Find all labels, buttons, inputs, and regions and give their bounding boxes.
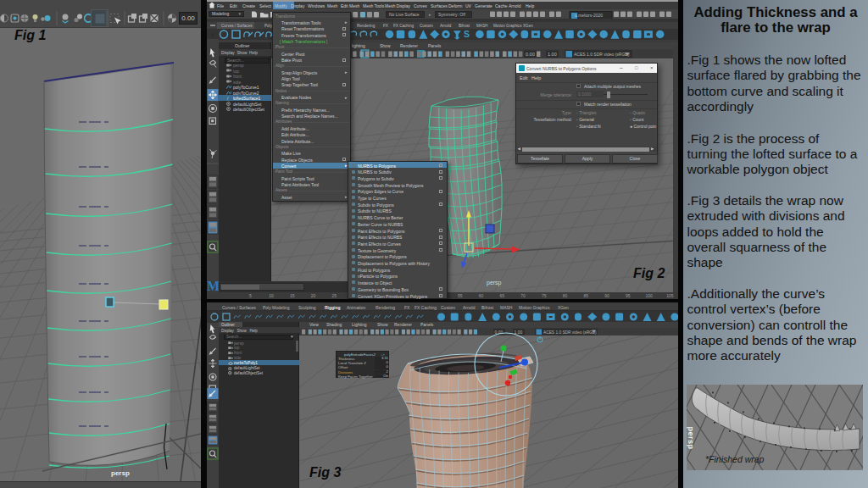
svg-text:ACES 1.0 SDR video (sRGB): ACES 1.0 SDR video (sRGB)	[543, 330, 597, 335]
svg-text:persp: persp	[487, 280, 502, 286]
svg-text:Shading: Shading	[326, 322, 342, 327]
svg-text:lighting: lighting	[352, 43, 365, 48]
svg-text:a.meliors-2020: a.meliors-2020	[575, 13, 603, 18]
svg-text:0.00: 0.00	[526, 52, 535, 57]
svg-text:Renderer: Renderer	[394, 322, 412, 327]
svg-text:View: View	[309, 322, 319, 327]
svg-text:Renderer: Renderer	[400, 43, 418, 48]
svg-text:Show: Show	[377, 322, 388, 327]
svg-text:ACES 1.0 SDR video (sRGB): ACES 1.0 SDR video (sRGB)	[574, 52, 630, 57]
svg-text:1.00: 1.00	[548, 52, 557, 57]
svg-text:Show: Show	[380, 43, 391, 48]
svg-text:S: S	[464, 29, 470, 39]
svg-text:1.00: 1.00	[515, 330, 523, 335]
svg-text:Lighting: Lighting	[352, 322, 367, 327]
svg-text:Panels: Panels	[420, 322, 434, 327]
svg-text:Panels: Panels	[428, 43, 442, 48]
